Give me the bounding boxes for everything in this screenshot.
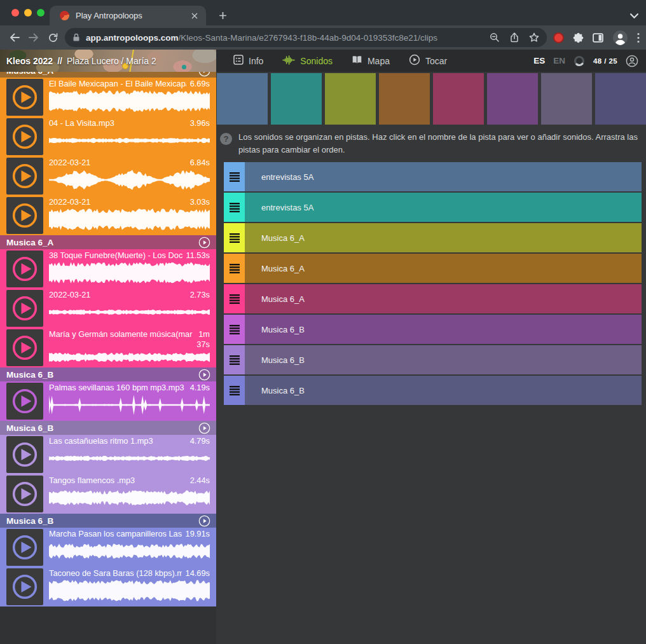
- clip-play-button[interactable]: [6, 79, 43, 116]
- clip-play-button[interactable]: [6, 383, 43, 420]
- zoom-out-icon[interactable]: [490, 32, 500, 43]
- audio-clip[interactable]: 2022-03-21 2.73s: [0, 289, 216, 328]
- close-window-button[interactable]: [11, 9, 19, 17]
- clip-play-button[interactable]: [6, 476, 43, 512]
- track-body[interactable]: Musica 6_B: [245, 345, 642, 374]
- track-section-name: Musica 6_B: [6, 370, 53, 380]
- track-section-header[interactable]: Musica 6_B: [0, 514, 216, 528]
- section-play-icon[interactable]: [198, 236, 210, 249]
- track-body[interactable]: entrevistas 5A: [245, 162, 642, 191]
- nav-item[interactable]: Mapa: [342, 50, 399, 72]
- track-body[interactable]: Musica 6_A: [245, 254, 642, 283]
- forward-icon[interactable]: [24, 28, 43, 47]
- audio-clip[interactable]: 38 Toque Funebre(Muerte) - Los Doce Par.…: [0, 249, 216, 289]
- address-bar[interactable]: app.antropoloops.com/Kleos-Santa-Marina/…: [65, 28, 547, 47]
- track-section-header[interactable]: Musica 6_B: [0, 421, 216, 435]
- audio-clip[interactable]: 04 - La Visita.mp3 3.96s: [0, 117, 216, 156]
- section-play-icon[interactable]: [198, 422, 210, 434]
- clip-play-button[interactable]: [6, 436, 43, 473]
- clip-play-button[interactable]: [6, 329, 43, 366]
- track-body[interactable]: Musica 6_B: [245, 315, 642, 344]
- track-section-header[interactable]: Musica 6_B: [0, 367, 216, 381]
- nav-item[interactable]: Info: [224, 50, 273, 72]
- profile-avatar[interactable]: [612, 30, 628, 46]
- track-row[interactable]: Musica 6_B: [224, 376, 642, 405]
- reload-icon[interactable]: [43, 28, 62, 47]
- track-row[interactable]: Musica 6_B: [224, 345, 642, 374]
- audio-clip[interactable]: María y Germán solamente música(maría 2.…: [0, 328, 216, 367]
- clip-play-button[interactable]: [6, 290, 43, 327]
- track-section-header[interactable]: Musica 6_A: [0, 72, 216, 78]
- audio-clip[interactable]: 2022-03-21 3.03s: [0, 196, 216, 235]
- browser-tab[interactable]: Play Antropoloops: [50, 6, 206, 25]
- lang-en-button[interactable]: EN: [553, 56, 565, 65]
- audio-clip[interactable]: Marcha Pasan los campanilleros Las Mejor…: [0, 528, 216, 567]
- lang-es-button[interactable]: ES: [533, 56, 545, 65]
- track-row[interactable]: entrevistas 5A: [224, 162, 642, 191]
- audio-clip[interactable]: Las castañuelas ritmo 1.mp3 4.79s: [0, 435, 216, 474]
- nav-item-icon: [352, 55, 362, 66]
- nav-item[interactable]: Sonidos: [273, 50, 342, 72]
- section-play-icon[interactable]: [198, 515, 210, 527]
- track-row[interactable]: Musica 6_A: [224, 284, 642, 313]
- new-tab-button[interactable]: [215, 8, 230, 23]
- track-drag-handle[interactable]: [224, 345, 245, 374]
- tab-close-icon[interactable]: [189, 11, 200, 21]
- antropoloops-favicon-icon: [60, 11, 69, 20]
- minimize-window-button[interactable]: [24, 9, 32, 17]
- share-icon[interactable]: [510, 32, 519, 43]
- clip-title: Tangos flamencos .mp3: [49, 476, 186, 486]
- bookmark-star-icon[interactable]: [529, 32, 539, 43]
- extensions-puzzle-icon[interactable]: [573, 32, 584, 43]
- clip-title: El Baile Mexicapan - El Baile Mexicapan.…: [49, 79, 186, 89]
- waveform: [49, 394, 210, 416]
- section-play-icon[interactable]: [198, 369, 210, 381]
- track-section-header[interactable]: Musica 6_A: [0, 235, 216, 249]
- clip-title: Las castañuelas ritmo 1.mp3: [49, 436, 186, 446]
- section-play-icon[interactable]: [198, 72, 210, 77]
- breadcrumb-project[interactable]: Kleos 2022: [6, 56, 53, 66]
- back-icon[interactable]: [5, 28, 24, 47]
- track-drag-handle[interactable]: [224, 223, 245, 252]
- track-row[interactable]: Musica 6_B: [224, 315, 642, 344]
- clip-play-button[interactable]: [6, 568, 43, 605]
- track-drag-handle[interactable]: [224, 162, 245, 191]
- track-row[interactable]: entrevistas 5A: [224, 193, 642, 222]
- tab-title: Play Antropoloops: [76, 11, 189, 20]
- play-icon: [6, 529, 43, 566]
- waveform: [49, 350, 210, 364]
- recorder-extension-icon[interactable]: [553, 32, 564, 43]
- track-body[interactable]: Musica 6_A: [245, 223, 642, 252]
- track-section: Musica 6_B Las castañuelas ritmo 1.mp3 4…: [0, 421, 216, 514]
- track-color-swatch: [325, 73, 376, 125]
- track-row[interactable]: Musica 6_A: [224, 254, 642, 283]
- audio-clip[interactable]: El Baile Mexicapan - El Baile Mexicapan.…: [0, 78, 216, 117]
- track-drag-handle[interactable]: [224, 376, 245, 405]
- track-drag-handle[interactable]: [224, 193, 245, 222]
- clip-play-button[interactable]: [6, 529, 43, 566]
- track-drag-handle[interactable]: [224, 284, 245, 313]
- audio-clip[interactable]: Taconeo de Sara Baras (128 kbps).mp3 14.…: [0, 567, 216, 606]
- breadcrumb: Kleos 2022 // Plaza Lucero / María 2: [6, 50, 156, 72]
- track-body[interactable]: Musica 6_B: [245, 376, 642, 405]
- audio-clip[interactable]: Palmas sevillanas 160 bpm mp3.mp3 4.19s: [0, 381, 216, 421]
- account-icon[interactable]: [626, 55, 638, 67]
- clip-play-button[interactable]: [6, 118, 43, 155]
- track-body[interactable]: entrevistas 5A: [245, 193, 642, 222]
- track-drag-handle[interactable]: [224, 315, 245, 344]
- maximize-window-button[interactable]: [37, 9, 45, 17]
- track-row[interactable]: Musica 6_A: [224, 223, 642, 252]
- menu-kebab-icon[interactable]: [637, 32, 640, 43]
- clip-play-button[interactable]: [6, 158, 43, 195]
- drag-handle-icon: [230, 203, 240, 212]
- track-body[interactable]: Musica 6_A: [245, 284, 642, 313]
- clip-play-button[interactable]: [6, 197, 43, 234]
- side-panel-icon[interactable]: [593, 33, 603, 43]
- audio-clip[interactable]: 2022-03-21 6.84s: [0, 156, 216, 196]
- audio-clip[interactable]: Tangos flamencos .mp3 2.44s: [0, 474, 216, 514]
- track-drag-handle[interactable]: [224, 254, 245, 283]
- tab-search-chevron-icon[interactable]: [630, 10, 638, 22]
- page-content: Musica 6_A El Baile Mexicapan - El Baile…: [0, 72, 646, 644]
- nav-item[interactable]: Tocar: [399, 50, 457, 72]
- clip-play-button[interactable]: [6, 250, 43, 287]
